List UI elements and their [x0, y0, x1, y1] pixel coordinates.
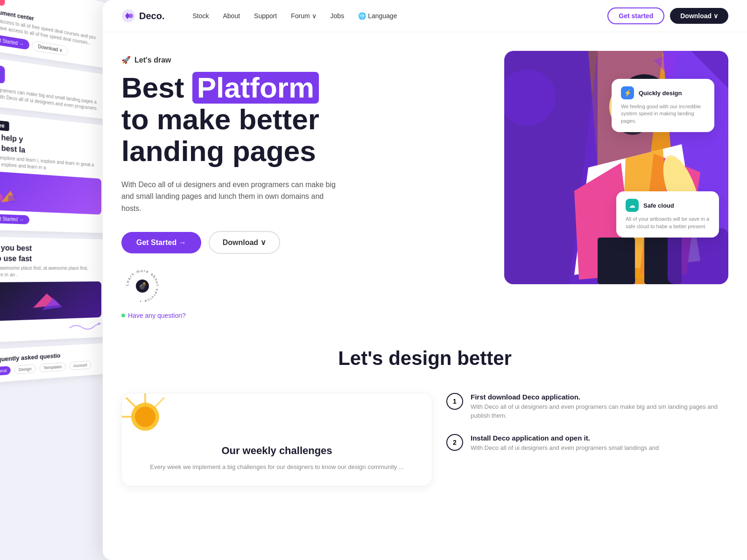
- card1-download-button[interactable]: Download ∨: [32, 41, 68, 56]
- steps-list: 1 First download Deco application. With …: [446, 393, 728, 466]
- safe-cloud-card: ☁ Safe cloud All of your artboards will …: [616, 191, 719, 238]
- faq-tab-account[interactable]: Account: [70, 361, 91, 371]
- free-card: Free We help y the best la Find, explore…: [0, 112, 107, 233]
- hero-illustration: ⚡ Quickly design We feeling good with ou…: [504, 51, 728, 284]
- hero-section: 🚀 Let's draw Best Platform to make bette…: [103, 32, 747, 319]
- nav-download-button[interactable]: Download ∨: [670, 8, 728, 24]
- card2-text: p programers can make big and small land…: [0, 85, 101, 112]
- card3-get-started-button[interactable]: Get Started →: [0, 214, 29, 224]
- hero-desc: With Deco all of ui designers and even p…: [121, 179, 345, 215]
- heading-line3: landing pages: [121, 135, 316, 167]
- nav-jobs[interactable]: Jobs: [331, 12, 345, 20]
- svg-marker-5: [99, 322, 101, 325]
- svg-text:💣: 💣: [139, 282, 147, 290]
- challenges-content: Our weekly challenges Every week we impl…: [136, 445, 418, 472]
- hero-download-button[interactable]: Download ∨: [209, 231, 280, 254]
- feature2-header: ☁ Safe cloud: [626, 199, 710, 212]
- svg-point-34: [135, 406, 155, 427]
- hero-tag: 🚀 Let's draw: [121, 56, 486, 64]
- rocket-icon: 🚀: [121, 56, 131, 64]
- design-content: Our weekly challenges Every week we impl…: [121, 393, 728, 486]
- question-link-container: Have any question?: [121, 312, 486, 319]
- card3-thumbnail: [0, 171, 101, 215]
- feature1-header: ⚡ Quickly design: [621, 86, 705, 99]
- globe-icon: 🌐: [358, 12, 366, 20]
- design-section-heading: Let's design better: [121, 347, 728, 370]
- step-2-desc: With Deco all of ui designers and even p…: [471, 444, 659, 452]
- hero-illustration-container: ⚡ Quickly design We feeling good with ou…: [504, 51, 728, 319]
- document-center-card: 📄 Document center have access to all of …: [0, 0, 107, 69]
- design-section: Let's design better: [103, 319, 747, 505]
- step-2-content: Install Deco application and open it. Wi…: [471, 434, 659, 452]
- svg-rect-22: [598, 238, 635, 284]
- svg-rect-2: [8, 196, 15, 203]
- document-icon: 📄: [0, 0, 5, 7]
- heading-platform: Platform: [192, 72, 319, 104]
- challenges-card: Our weekly challenges Every week we impl…: [121, 393, 432, 486]
- nav-actions: Get started Download ∨: [607, 7, 728, 24]
- hero-left: 🚀 Let's draw Best Platform to make bette…: [121, 51, 504, 319]
- logo-text: Deco.: [139, 11, 164, 21]
- hero-tag-text: Let's draw: [134, 56, 171, 64]
- card4-thumbnail: [0, 281, 101, 321]
- feature2-desc: All of your artboards will be save in a …: [626, 216, 710, 230]
- logo[interactable]: Deco.: [121, 9, 164, 23]
- heading-best: Best: [121, 71, 184, 104]
- step-1-content: First download Deco application. With De…: [471, 393, 728, 420]
- feature1-icon: ⚡: [621, 86, 634, 99]
- forum-chevron-icon: ∨: [312, 12, 317, 20]
- step-2-number: 2: [446, 434, 463, 451]
- faq-tabs: General Design Templates Account: [0, 360, 101, 376]
- nav-get-started-button[interactable]: Get started: [607, 7, 664, 24]
- step-1-desc: With Deco all of ui designers and even p…: [471, 403, 728, 420]
- hero-heading: Best Platform to make better landing pag…: [121, 72, 486, 168]
- card4-desc: in an awesome place find, at awesome pla…: [0, 265, 101, 278]
- step-1-number: 1: [446, 393, 463, 410]
- status-dot: [121, 314, 125, 317]
- feature2-icon: ☁: [626, 199, 639, 212]
- nav-support[interactable]: Support: [254, 12, 277, 20]
- step-2: 2 Install Deco application and open it. …: [446, 434, 728, 452]
- step-2-title: Install Deco application and open it.: [471, 434, 659, 442]
- svg-point-1: [0, 193, 2, 201]
- heading-line2: to make better: [121, 103, 319, 135]
- challenges-title: Our weekly challenges: [136, 445, 418, 457]
- nav-stock[interactable]: Stock: [192, 12, 209, 20]
- question-link[interactable]: Have any question?: [121, 312, 486, 319]
- language-selector[interactable]: 🌐 Language: [358, 12, 397, 20]
- nav-about[interactable]: About: [223, 12, 240, 20]
- step-1: 1 First download Deco application. With …: [446, 393, 728, 420]
- background-cards: 📄 Document center have access to all of …: [0, 0, 107, 560]
- target-icon: 🎯: [0, 64, 5, 84]
- free-badge: Free: [0, 119, 9, 131]
- use-fast-card: est you best s to use fast in an awesome…: [0, 237, 107, 343]
- quickly-design-card: ⚡ Quickly design We feeling good with ou…: [612, 79, 714, 132]
- faq-tab-templates[interactable]: Templates: [40, 362, 66, 372]
- hero-get-started-button[interactable]: Get Started →: [121, 232, 201, 253]
- card1-get-started-button[interactable]: Get Started →: [0, 33, 29, 50]
- card4-heading1: est you best: [0, 244, 101, 254]
- faq-section: Frequently asked questio General Design …: [0, 343, 107, 384]
- faq-tab-design[interactable]: Design: [14, 364, 36, 374]
- feature2-title: Safe cloud: [643, 202, 674, 209]
- challenges-desc: Every week we implement a big challenges…: [136, 462, 418, 472]
- nav-links: Stock About Support Forum ∨ Jobs 🌐 Langu…: [192, 12, 607, 20]
- circular-text-element: Learn more about service • 💣: [121, 265, 163, 307]
- faq-tab-general[interactable]: General: [0, 366, 11, 376]
- feature1-desc: We feeling good with our incredible syst…: [621, 103, 705, 125]
- card4-heading2: s to use fast: [0, 254, 101, 264]
- hero-cta: Get Started → Download ∨: [121, 231, 486, 254]
- sun-decoration: [121, 393, 173, 447]
- navbar: Deco. Stock About Support Forum ∨ Jobs 🌐…: [103, 0, 747, 32]
- step-1-title: First download Deco application.: [471, 393, 728, 401]
- feature1-title: Quickly design: [639, 90, 682, 97]
- nav-forum[interactable]: Forum ∨: [291, 12, 316, 20]
- svg-point-7: [128, 14, 133, 18]
- main-content: Deco. Stock About Support Forum ∨ Jobs 🌐…: [103, 0, 747, 560]
